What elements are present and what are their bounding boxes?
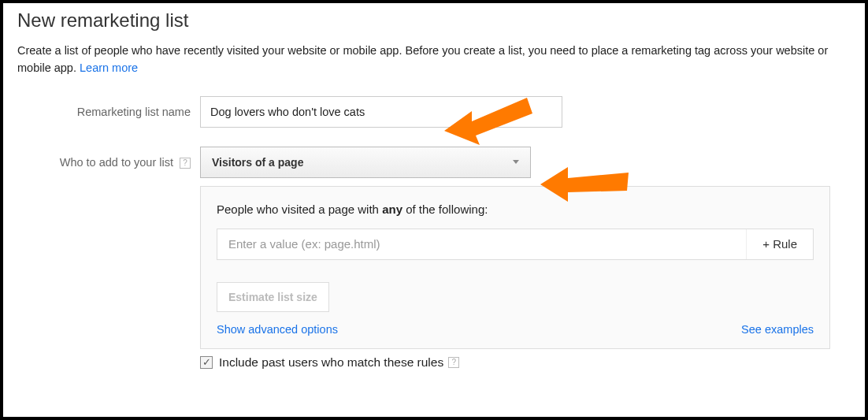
who-to-add-select[interactable]: Visitors of a page <box>200 147 531 178</box>
help-icon[interactable]: ? <box>180 158 191 169</box>
who-to-add-label-text: Who to add to your list <box>60 156 173 169</box>
include-past-row: ✓ Include past users who match these rul… <box>200 355 851 370</box>
list-name-input[interactable] <box>200 96 562 128</box>
rules-heading-prefix: People who visited a page with <box>217 203 382 216</box>
rules-heading-bold: any <box>382 203 402 216</box>
include-past-label: Include past users who match these rules <box>219 355 443 370</box>
rules-panel-footer: Show advanced options See examples <box>217 323 814 336</box>
intro-text: Create a list of people who have recentl… <box>17 43 851 77</box>
help-icon[interactable]: ? <box>448 357 459 368</box>
page-title: New remarketing list <box>17 9 851 32</box>
estimate-list-size-button: Estimate list size <box>217 282 329 312</box>
chevron-down-icon <box>513 160 519 164</box>
show-advanced-link[interactable]: Show advanced options <box>217 323 338 336</box>
see-examples-link[interactable]: See examples <box>741 323 814 336</box>
who-to-add-selected: Visitors of a page <box>212 156 303 169</box>
list-name-row: Remarketing list name <box>17 96 851 128</box>
add-rule-button[interactable]: + Rule <box>746 229 813 259</box>
intro-body: Create a list of people who have recentl… <box>17 44 828 74</box>
list-name-label: Remarketing list name <box>17 96 200 118</box>
include-past-checkbox[interactable]: ✓ <box>200 356 213 369</box>
who-to-add-label: Who to add to your list ? <box>17 147 200 169</box>
who-to-add-row: Who to add to your list ? Visitors of a … <box>17 147 851 370</box>
rule-value-input[interactable] <box>217 229 746 259</box>
rules-heading: People who visited a page with any of th… <box>217 203 814 216</box>
rule-value-row: + Rule <box>217 229 814 260</box>
learn-more-link[interactable]: Learn more <box>80 61 138 74</box>
rules-heading-suffix: of the following: <box>402 203 488 216</box>
rules-panel: People who visited a page with any of th… <box>200 186 830 349</box>
